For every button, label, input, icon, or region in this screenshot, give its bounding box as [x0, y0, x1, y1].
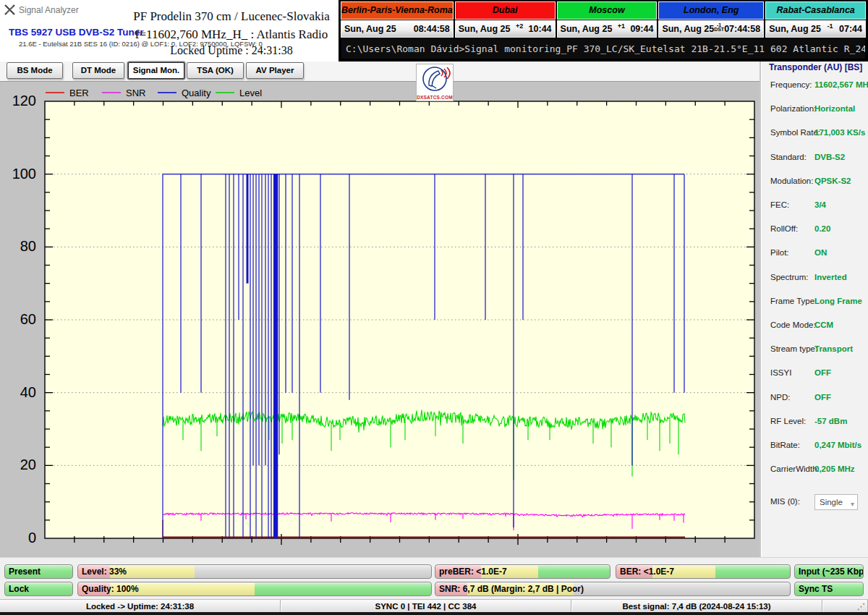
- top-header: Signal Analyzer TBS 5927 USB DVB-S2 Tune…: [0, 0, 339, 62]
- window-bottom-edge: [0, 612, 868, 615]
- row-value: 3/4: [814, 200, 826, 209]
- row-value: Transport: [814, 344, 853, 353]
- row-label: Modulation:: [770, 177, 813, 185]
- clock-city-name: Moscow: [557, 1, 658, 20]
- window-title: Signal Analyzer: [19, 5, 79, 15]
- row-label: Code Mode:: [770, 321, 816, 329]
- clock-utc-offset: +1: [612, 22, 630, 30]
- row-value: -57 dBm: [814, 417, 847, 425]
- tab-signal-mon[interactable]: Signal Mon.: [128, 62, 184, 79]
- terminal-line: C:\Users\Roman Dávid>Signal monitoring_P…: [341, 39, 865, 59]
- transponder-row-polarization: Polarization:Horizontal: [761, 104, 868, 116]
- row-label: Polarization:: [770, 104, 816, 113]
- clock-date: Sun, Aug 25: [459, 24, 511, 34]
- site-header: PF Prodelin 370 cm / Lucenec-Slovakia f=…: [123, 0, 340, 57]
- signal-chart: [0, 82, 760, 558]
- row-label: ISSYI: [770, 368, 791, 377]
- row-label: CarrierWidth:: [770, 465, 820, 473]
- indicator-level: Level: 33%: [77, 564, 432, 579]
- mis-selected-value: Single: [820, 498, 843, 506]
- indicator-present: Present: [4, 564, 73, 579]
- transponder-row-stream-type: Stream type:Transport: [761, 344, 868, 356]
- statusbar-locked-uptime: Locked -> Uptime: 24:31:38: [0, 600, 281, 612]
- statusbar-spacer: ⋰: [822, 600, 868, 612]
- row-label: Symbol Rate:: [770, 128, 820, 137]
- transponder-row-fec: FEC:3/4: [761, 200, 868, 212]
- row-label: Frame Type:: [770, 297, 817, 305]
- row-value: OFF: [814, 393, 831, 402]
- clock-column-0: Berlin-Paris-Vienna-RomaSun, Aug 2508:44…: [341, 1, 454, 39]
- clock-utc-offset: -1: [821, 22, 839, 30]
- clock-column-3: London, EngSun, Aug 25-1DST07:44:58: [658, 1, 764, 39]
- tab-dt-mode[interactable]: DT Mode: [72, 62, 124, 79]
- clock-city-name: London, Eng: [658, 1, 764, 20]
- transponder-row-pilot: Pilot:ON: [761, 248, 868, 260]
- row-value: 11602,567 MHz: [814, 80, 868, 89]
- row-label: NPD:: [770, 393, 790, 402]
- tab-bs-mode[interactable]: BS Mode: [7, 62, 63, 79]
- resize-grip[interactable]: ⋰: [857, 602, 866, 611]
- transponder-row-symbol-rate: Symbol Rate:171,003 KS/s: [761, 128, 868, 140]
- clock-time: 10:44: [529, 24, 552, 34]
- mis-label: MIS (0):: [770, 497, 800, 506]
- row-value: Inverted: [814, 273, 847, 281]
- row-value: 0,205 MHz: [814, 465, 855, 473]
- clock-column-2: MoscowSun, Aug 25+109:44: [557, 1, 658, 39]
- clock-column-4: Rabat-CasablancaSun, Aug 25-107:44: [765, 1, 866, 39]
- row-label: Frequency:: [770, 80, 812, 89]
- clock-city-name: Rabat-Casablanca: [765, 1, 866, 20]
- indicator-snr: SNR: 6,7 dB (Margin: 2,7 dB | Poor): [435, 582, 791, 596]
- clock-time: 07:44:58: [724, 24, 760, 34]
- statusbar-sync-tei-cc: SYNC 0 | TEI 442 | CC 384: [281, 600, 571, 612]
- row-label: FEC:: [770, 200, 789, 209]
- sidebar-title: Transponder (AU) [BS]: [769, 62, 862, 72]
- clock-date: Sun, Aug 25: [344, 24, 396, 34]
- row-label: RF Level:: [770, 417, 806, 425]
- tab-tsa-ok[interactable]: TSA (OK): [187, 62, 244, 79]
- row-value: QPSK-S2: [814, 177, 851, 185]
- clock-city-name: Dubai: [455, 1, 556, 20]
- clock-city-name: Berlin-Paris-Vienna-Roma: [341, 1, 454, 20]
- tab-bar: BS ModeDT ModeSignal Mon.TSA (OK)AV Play…: [0, 62, 760, 81]
- dxsatcs-logo-text: DXSATCS.COM: [417, 95, 453, 100]
- row-value: ON: [814, 248, 827, 257]
- clock-date-time: Sun, Aug 25-1DST07:44:58: [658, 20, 764, 38]
- row-value: CCM: [814, 321, 833, 329]
- clock-time: 08:44:58: [414, 24, 450, 34]
- row-value: OFF: [814, 368, 831, 377]
- clock-time: 09:44: [630, 24, 653, 34]
- signal-status-bars: PresentLevel: 33%preBER: <1.0E-7BER: <1.…: [0, 557, 868, 599]
- transponder-row-modulation: Modulation:QPSK-S2: [761, 177, 868, 188]
- indicator-preber: preBER: <1.0E-7: [435, 564, 610, 579]
- clock-time: 07:44: [839, 24, 862, 34]
- row-value: Horizontal: [814, 104, 855, 113]
- transponder-row-frame-type: Frame Type:Long Frame: [761, 297, 868, 308]
- chevron-down-icon: ▾: [851, 497, 854, 512]
- row-label: Standard:: [770, 153, 807, 161]
- transponder-row-spectrum: Spectrum:Inverted: [761, 273, 868, 284]
- status-bar: Locked -> Uptime: 24:31:38 SYNC 0 | TEI …: [0, 599, 868, 612]
- chart-panel: BERSNRQualityLevel 020406080100120: [0, 81, 760, 557]
- transponder-row-rf-level: RF Level:-57 dBm: [761, 417, 868, 428]
- mis-select[interactable]: Single ▾: [814, 494, 858, 510]
- site-title: PF Prodelin 370 cm / Lucenec-Slovakia: [123, 9, 340, 24]
- indicator-sync-ts: Sync TS: [794, 582, 864, 596]
- row-label: RollOff:: [770, 224, 798, 233]
- row-value: 0,247 Mbit/s: [814, 441, 861, 449]
- locked-uptime-title: Locked Uptime : 24:31:38: [123, 44, 340, 57]
- row-label: Spectrum:: [770, 273, 808, 281]
- clock-date-time: Sun, Aug 2508:44:58: [341, 20, 454, 38]
- transponder-row-bitrate: BitRate:0,247 Mbit/s: [761, 441, 868, 452]
- clock-date: Sun, Aug 25: [769, 24, 821, 34]
- transponder-row-standard: Standard:DVB-S2: [761, 153, 868, 164]
- row-label: BitRate:: [770, 441, 800, 449]
- transponder-row-rolloff: RollOff:0.20: [761, 224, 868, 236]
- transponder-sidebar: Transponder (AU) [BS] Frequency:11602,56…: [760, 62, 868, 557]
- frequency-title: f=11602,760 MHz_H_ : Atlantis Radio: [123, 27, 340, 42]
- satellite-dish-icon: [417, 64, 453, 93]
- dxsatcs-logo: DXSATCS.COM: [416, 64, 454, 101]
- world-clock-grid: Berlin-Paris-Vienna-RomaSun, Aug 2508:44…: [340, 1, 867, 39]
- tab-av-player[interactable]: AV Player: [246, 62, 304, 79]
- clock-date: Sun, Aug 25: [561, 24, 613, 34]
- clock-date-time: Sun, Aug 25+210:44: [455, 20, 556, 38]
